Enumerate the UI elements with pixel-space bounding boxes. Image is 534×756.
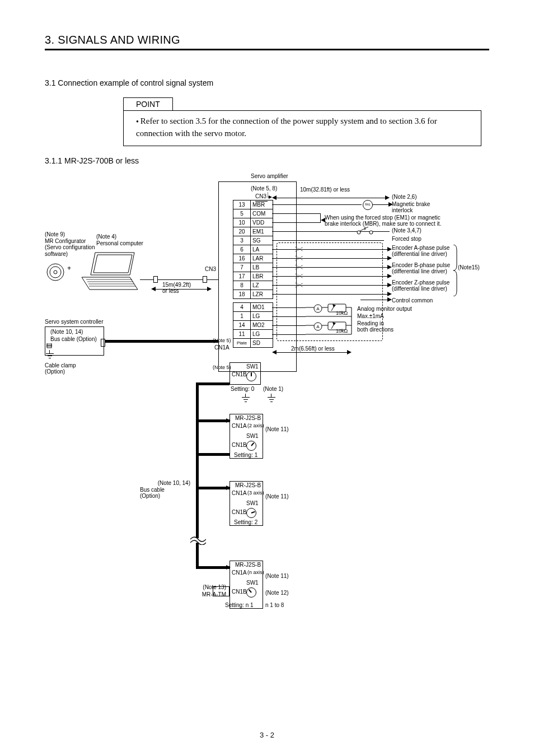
ground-icon <box>46 353 54 360</box>
svg-line-7 <box>359 227 368 231</box>
label-forced-note: When using the forced stop (EM1) or magn… <box>325 214 445 227</box>
svg-marker-52 <box>226 418 231 423</box>
point-label: POINT <box>123 97 173 111</box>
label-forced-stop: Forced stop <box>392 236 421 242</box>
svg-marker-35 <box>272 350 277 354</box>
twisted-pair-icon <box>294 245 305 296</box>
cn3-row: 10VDD <box>233 218 273 227</box>
label-servo-amp: Servo amplifier <box>251 173 288 180</box>
cn3-row: 3SG <box>233 236 273 245</box>
svg-marker-54 <box>226 565 231 570</box>
cn3-row: 17LBR <box>233 272 273 281</box>
label-amp3: MR-J2S-B <box>235 482 261 489</box>
svg-rect-26 <box>328 322 346 330</box>
label-cn1an: CN1A <box>232 570 247 576</box>
svg-marker-4 <box>321 218 325 222</box>
label-axis2: (2 axis) <box>247 423 264 428</box>
laptop-icon <box>78 250 141 293</box>
label-10m: 10m(32.81ft) or less <box>300 186 350 193</box>
svg-marker-3 <box>388 202 393 207</box>
label-note12: (Note 12) <box>265 590 289 596</box>
ground-icon-3 <box>268 397 275 404</box>
cn3-row: 16LAR <box>233 254 273 263</box>
svg-text:A: A <box>316 324 320 329</box>
label-enc-a: Encoder A-phase pulse (differential line… <box>392 245 449 258</box>
label-setting2: Setting: 2 <box>234 519 257 526</box>
chapter-divider <box>45 49 489 50</box>
label-sw1-1: SW1 <box>246 363 259 370</box>
label-sw1-3: SW1 <box>246 500 259 507</box>
section-3-1-1: 3.1.1 MR-J2S-700B or less <box>45 156 489 165</box>
label-note1014b: (Note 10, 14) <box>140 480 190 487</box>
dial-icon <box>246 371 256 381</box>
cn3-row: 5COM <box>233 209 273 218</box>
meter-icon: A A <box>306 303 356 339</box>
label-sw1-2: SW1 <box>246 433 259 440</box>
svg-marker-36 <box>347 350 352 354</box>
svg-rect-18 <box>328 304 346 312</box>
label-cn1a2: CN1A <box>232 423 247 430</box>
label-enc-z: Encoder Z-phase pulse (differential line… <box>392 279 449 292</box>
label-note58: (Note 5, 8) <box>251 185 277 192</box>
ground-icon-2 <box>242 397 250 404</box>
label-cn1b-2: CN1B <box>232 442 247 449</box>
svg-marker-53 <box>226 486 231 490</box>
svg-marker-12 <box>387 274 392 278</box>
label-cable-clamp: Cable clamp (Option) <box>45 362 76 375</box>
label-pc: Personal computer <box>96 240 143 247</box>
label-15m: 15m(49.2ft) or less <box>162 282 191 295</box>
label-axis3: (3 axis) <box>247 490 264 496</box>
page-number: 3 - 2 <box>0 731 534 739</box>
svg-text:A: A <box>316 306 320 311</box>
svg-marker-14 <box>387 292 392 296</box>
point-text: Refer to section 3.5 for the connection … <box>136 116 437 138</box>
point-box: POINT ●Refer to section 3.5 for the conn… <box>123 97 481 146</box>
svg-marker-28 <box>332 322 336 325</box>
cn3-row: 6LA <box>233 245 273 254</box>
cn3-row: 7LB <box>233 263 273 272</box>
label-2m: 2m(6.56ft) or less <box>291 346 335 352</box>
plus-icon: + <box>67 265 71 273</box>
label-sw1-n: SW1 <box>246 580 259 586</box>
brace-icon <box>452 245 458 296</box>
bullet-icon: ● <box>136 119 139 124</box>
label-magnetic-brake: Magnetic brake interlock <box>392 201 430 214</box>
label-note1: (Note 1) <box>263 386 283 393</box>
label-control-common: Control common <box>392 297 433 304</box>
cn3-row: 11LG <box>233 329 273 338</box>
ra1-icon: RA1 <box>363 200 373 210</box>
svg-point-38 <box>50 267 61 278</box>
label-setting0: Setting: 0 <box>231 386 254 393</box>
section-3-1: 3.1 Connection example of control signal… <box>45 78 489 87</box>
point-body: ●Refer to section 3.5 for the connection… <box>123 110 481 146</box>
label-bus-cable: Bus cable (Option) <box>50 336 97 343</box>
label-ampn: MR-J2S-B <box>235 562 261 568</box>
label-note11-c: (Note 11) <box>265 573 289 580</box>
cn3-row: 14MO2 <box>233 320 273 329</box>
svg-marker-42 <box>82 277 138 290</box>
cn3-connector-table: 13MBR5COM10VDD20EM13SG6LA16LAR7LB17LBR8L… <box>233 200 273 348</box>
label-enc-b: Encoder B-phase pulse (differential line… <box>392 262 450 275</box>
label-cn1b-3: CN1B <box>232 509 247 516</box>
label-cn3-side: CN3 <box>205 266 216 273</box>
label-note26: (Note 2,6) <box>392 194 416 200</box>
label-note1014: (Note 10, 14) <box>50 329 83 335</box>
label-note11-b: (Note 11) <box>265 493 289 500</box>
cn3-row: 8LZ <box>233 281 273 290</box>
label-setting1: Setting: 1 <box>234 452 257 459</box>
chapter-title: 3. SIGNALS AND WIRING <box>45 34 489 46</box>
label-note9: (Note 9) <box>45 231 65 238</box>
label-cn1b-1: CN1B <box>232 371 247 378</box>
label-note347: (Note 3,4,7) <box>392 227 421 234</box>
label-cn1b-n: CN1B <box>232 589 247 595</box>
label-cn1a3: CN1A <box>232 490 247 497</box>
cn3-row: 18LZR <box>233 290 273 298</box>
svg-marker-2 <box>385 195 390 200</box>
svg-marker-1 <box>272 195 277 200</box>
label-n18: n 1 to 8 <box>265 602 284 609</box>
label-axisn: (n axis) <box>247 570 264 575</box>
label-amp2: MR-J2S-B <box>235 415 261 422</box>
label-servo-ctrl: Servo system controller <box>45 319 103 325</box>
label-note5b: (Note 5) <box>213 365 231 370</box>
svg-marker-20 <box>332 304 336 307</box>
